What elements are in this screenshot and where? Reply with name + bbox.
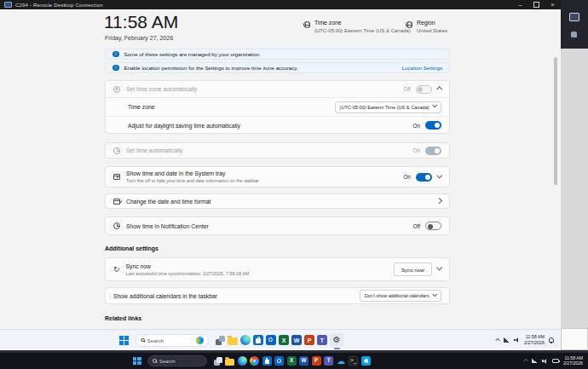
info-icon: i (112, 51, 119, 58)
battery-icon[interactable] (552, 359, 559, 363)
background-window-edge: × (561, 0, 588, 350)
edge-icon[interactable] (238, 356, 247, 366)
chevron-down-icon (432, 291, 437, 297)
page-scrollbar[interactable] (554, 49, 557, 321)
row-set-timezone-automatically[interactable]: Set time zone automatically Off (106, 81, 449, 97)
network-icon[interactable] (504, 337, 510, 343)
background-window-footer (561, 328, 588, 350)
card-change-format[interactable]: Change the date and time format (105, 193, 450, 209)
toggle-knob (428, 224, 433, 229)
location-permission-banner: i Enable location permission for the Set… (105, 62, 450, 73)
region-summary-label: Region (417, 20, 447, 26)
network-icon[interactable] (532, 359, 538, 364)
powerpoint-icon[interactable]: P (312, 356, 321, 366)
row-title: Set time automatically (126, 147, 183, 153)
sync-icon: ↻ (113, 266, 120, 274)
clock-icon (113, 222, 120, 229)
toggle-knob (418, 87, 423, 92)
hidden-icons-chevron[interactable] (495, 337, 500, 343)
start-button[interactable] (119, 336, 129, 345)
word-icon[interactable]: W (299, 356, 308, 366)
file-explorer-icon[interactable] (228, 337, 238, 345)
close-button[interactable]: × (545, 0, 561, 9)
outlook-icon[interactable] (266, 335, 276, 345)
notification-center-toggle[interactable] (425, 222, 441, 230)
teams-glyph: T (317, 335, 327, 345)
excel-icon[interactable]: X (287, 356, 297, 366)
word-glyph: W (299, 356, 308, 366)
app-icon (571, 32, 577, 37)
row-title: Show time and date in the System tray (126, 170, 259, 176)
related-links-header: Related links (105, 315, 141, 321)
clock-icon (113, 147, 120, 154)
tray-clock[interactable]: 11:58 AM 2/27/2026 (524, 335, 545, 345)
onedrive-icon[interactable]: ☁ (337, 356, 346, 366)
toggle-state-label: Off (413, 223, 420, 229)
task-view-button[interactable] (214, 357, 222, 366)
card-additional-calendars: Show additional calendars in the taskbar… (105, 287, 450, 304)
taskbar-search-box[interactable]: Search (147, 355, 207, 366)
background-window-header (561, 0, 588, 49)
toggle-knob (435, 123, 440, 128)
excel-icon[interactable]: X (279, 335, 289, 345)
scrollbar-thumb[interactable] (554, 57, 557, 185)
calendar-clock-icon (113, 174, 120, 180)
local-system-tray: 11:58 AM 2/27/2026 (524, 353, 583, 369)
timezone-summary-value: (UTC-05:00) Eastern Time (US & Canada) (314, 28, 411, 33)
microsoft-store-icon[interactable] (262, 356, 272, 366)
task-view-button[interactable] (216, 336, 225, 345)
file-explorer-icon[interactable] (225, 359, 234, 366)
systray-time-toggle[interactable] (416, 173, 432, 182)
row-daylight-saving: Adjust for daylight saving time automati… (106, 116, 449, 134)
chrome-icon[interactable] (250, 356, 259, 366)
chevron-right-icon (436, 198, 442, 204)
volume-icon[interactable] (542, 359, 548, 364)
set-timezone-auto-toggle[interactable] (416, 85, 432, 94)
taskbar-search-box[interactable]: Search (135, 334, 209, 347)
card-set-time-automatically: Set time automatically On (105, 142, 450, 159)
settings-icon-active[interactable]: ⚙ (330, 333, 343, 347)
powerpoint-glyph: P (312, 356, 321, 366)
tray-time: 11:58 AM (564, 356, 583, 360)
word-icon[interactable]: W (291, 335, 302, 345)
timezone-summary: Time zone (UTC-05:00) Eastern Time (US &… (303, 20, 411, 33)
search-label: Search (159, 359, 176, 364)
vscode-icon[interactable] (361, 356, 371, 366)
row-title: Show time in Notification Center (126, 223, 209, 229)
terminal-icon[interactable]: >_ (349, 356, 358, 366)
set-time-auto-toggle[interactable] (425, 147, 441, 155)
powerpoint-glyph: P (304, 335, 314, 345)
globe-icon (406, 21, 412, 28)
sync-now-button[interactable]: Sync now (394, 262, 432, 276)
start-button[interactable] (133, 357, 141, 366)
remote-taskbar: Search X W P T ⚙ 11:58 AM 2/27/2026 (0, 329, 561, 350)
powerpoint-icon[interactable]: P (304, 335, 314, 345)
outlook-icon[interactable] (274, 356, 284, 366)
region-summary: Region United States (406, 20, 447, 33)
clock-time: 11:58 AM (104, 12, 178, 32)
rdp-app-icon (4, 2, 12, 8)
additional-calendars-dropdown[interactable]: Don't show additional calendars (360, 290, 441, 302)
tray-clock[interactable]: 11:58 AM 2/27/2026 (563, 356, 583, 366)
microsoft-store-icon[interactable] (253, 335, 263, 345)
maximize-button[interactable] (528, 0, 545, 9)
teams-icon[interactable]: T (324, 356, 333, 366)
chevron-down-icon (436, 172, 442, 178)
last-sync-timestamp: Last successful time synchronization: 2/… (126, 271, 250, 276)
row-additional-calendars: Show additional calendars in the taskbar… (106, 288, 449, 303)
row-change-format[interactable]: Change the date and time format (106, 194, 449, 208)
excel-glyph: X (287, 356, 297, 366)
toggle-state-label: On (403, 174, 410, 180)
edge-icon[interactable] (240, 335, 251, 345)
teams-icon[interactable]: T (317, 335, 327, 345)
minimize-button[interactable]: – (512, 0, 528, 9)
daylight-saving-toggle[interactable] (425, 121, 441, 130)
local-taskbar: Search X W P T ☁ >_ 11:58 AM 2/27/2026 (0, 353, 588, 369)
hidden-icons-chevron[interactable] (523, 358, 528, 363)
excel-glyph: X (279, 335, 289, 345)
location-settings-link[interactable]: Location Settings (402, 65, 442, 71)
info-icon: i (112, 65, 119, 72)
notification-bell-icon[interactable] (549, 337, 554, 343)
timezone-dropdown[interactable]: (UTC-05:00) Eastern Time (US & Canada) (335, 101, 441, 113)
volume-icon[interactable] (514, 337, 520, 343)
